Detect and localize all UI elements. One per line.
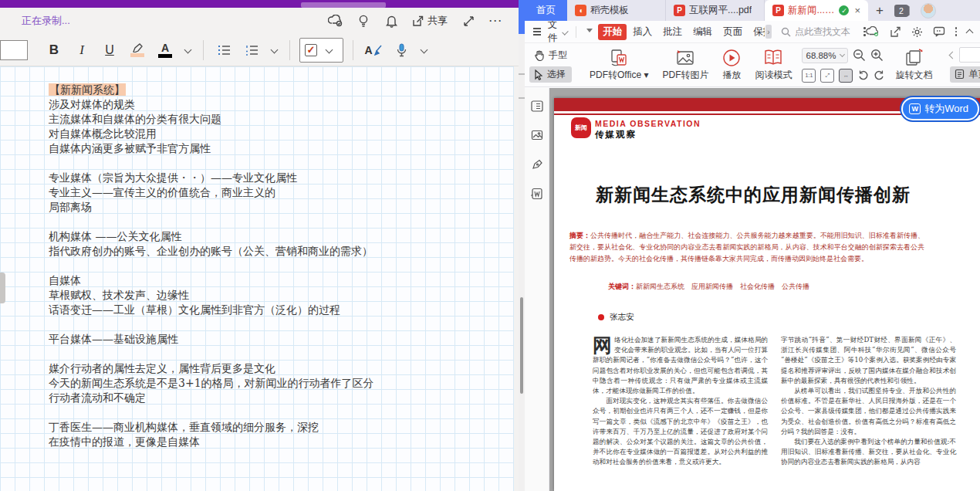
close-tab-icon[interactable]: × (854, 5, 860, 16)
note-line[interactable]: 今天的新闻生态系统是不是3+1的格局，对新闻业的行动者作了区分 (49, 376, 514, 391)
expand-window-icon[interactable] (457, 11, 480, 31)
note-line[interactable]: 草根赋权、技术发声、边缘性 (49, 288, 514, 303)
note-line[interactable]: 机构媒体 ——公关文化属性 (49, 229, 514, 244)
note-line[interactable] (49, 156, 514, 171)
zoom-out-icon[interactable] (853, 49, 866, 62)
export-word-icon[interactable] (530, 187, 544, 201)
share-export-icon[interactable] (890, 26, 901, 38)
font-name-box[interactable] (0, 40, 28, 60)
page-number-input[interactable] (959, 47, 980, 63)
note-line[interactable]: 话语变迁——工业（草根）文化属性到非官方（泛化）的过程 (49, 303, 514, 317)
new-tab-button[interactable]: + (868, 0, 891, 21)
list-options-chevron-icon[interactable] (271, 46, 279, 54)
note-line[interactable]: 自媒体内涵更多被赋予非官方属性 (49, 141, 514, 156)
menu-insert[interactable]: 插入 (628, 24, 657, 40)
note-line[interactable]: 【新新闻系统】 (49, 83, 514, 97)
note-line[interactable]: 专业媒体（宗旨为大众提供・・）——专业文化属性 (49, 171, 514, 185)
previous-page-icon[interactable] (949, 51, 957, 59)
lightbulb-icon[interactable] (352, 11, 375, 31)
tab-document-1[interactable]: P 互联网平....pdf (666, 0, 765, 21)
comment-bubble-icon[interactable] (933, 26, 945, 37)
note-line[interactable]: 局部离场 (49, 200, 514, 215)
play-slideshow-button[interactable]: 播放 (715, 45, 748, 85)
note-line[interactable]: 在疫情中的报道，更像是自媒体 (49, 435, 514, 449)
image-panel-icon[interactable] (530, 128, 544, 142)
actual-size-icon[interactable]: 1:1 (802, 69, 816, 83)
pdf-to-image-button[interactable]: PDF转图片 (655, 45, 715, 85)
main-menu-icon[interactable] (533, 28, 541, 36)
pdf-to-office-button[interactable]: PDF转Office ▾ (583, 45, 655, 85)
todo-tag-dropdown[interactable]: ✓ (299, 38, 343, 63)
sync-cloud-icon[interactable] (324, 11, 347, 31)
numbered-list-button[interactable] (240, 39, 263, 62)
menu-protect[interactable]: 保护 (749, 24, 764, 40)
note-line[interactable]: 丁香医生——商业机构媒体，垂直领域的细分服务，深挖 (49, 420, 514, 435)
note-line[interactable]: 主流媒体和自媒体的分类有很大问题 (49, 112, 514, 127)
note-line[interactable]: 指代政府创办的账号、企业创办的账号（公关、营销和商业的需求） (49, 244, 514, 259)
note-line[interactable]: 对自媒体概念比较混用 (49, 127, 514, 141)
menu-start[interactable]: 开始 (598, 24, 627, 40)
note-scrollbar-thumb[interactable] (520, 297, 523, 394)
bullet-list-button[interactable] (212, 39, 235, 62)
read-mode-button[interactable]: 阅读模式 (748, 45, 799, 85)
menu-file[interactable]: 文件 (545, 19, 570, 45)
user-avatar[interactable] (921, 3, 936, 19)
select-tool-button[interactable]: 选择 (529, 66, 572, 83)
cloud-sync-icon[interactable] (866, 26, 880, 37)
single-page-mode-button[interactable]: 单页 (950, 66, 980, 83)
play-icon (722, 49, 741, 67)
note-line[interactable]: 专业主义——宣传主义的价值统合，商业主义的 (49, 185, 514, 200)
note-line[interactable] (49, 405, 514, 420)
outline-panel-icon[interactable] (530, 99, 544, 113)
note-line[interactable]: 自媒体 (49, 273, 514, 288)
note-line[interactable]: 涉及对媒体的规类 (49, 97, 514, 112)
article-abstract: 摘要：公共传播时代，融合生产能力、社会连接能力、公共服务能力越来越重要。不能用旧… (569, 230, 924, 265)
menu-edit[interactable]: 编辑 (688, 24, 717, 40)
convert-to-word-button[interactable]: W 转为Word (903, 99, 978, 119)
note-line[interactable] (49, 347, 514, 361)
pane-drag-handle[interactable] (0, 273, 5, 303)
note-editor-canvas[interactable]: 【新新闻系统】 涉及对媒体的规类 主流媒体和自媒体的分类有很大问题 对自媒体概念… (0, 66, 514, 491)
tab-home[interactable]: 首页 (525, 0, 567, 21)
menu-page[interactable]: 页面 (718, 24, 747, 40)
format-painter-button[interactable]: A (362, 39, 385, 62)
note-line[interactable] (49, 317, 514, 332)
italic-button[interactable]: I (70, 39, 93, 62)
menu-comment[interactable]: 批注 (658, 24, 687, 40)
dictate-chevron-icon[interactable] (421, 46, 428, 54)
window-count-badge[interactable]: 2 (894, 5, 908, 17)
more-tools-icon[interactable] (955, 27, 958, 36)
zoom-in-icon[interactable] (870, 49, 884, 62)
note-line[interactable] (49, 215, 514, 229)
note-line[interactable] (49, 259, 514, 273)
font-color-button[interactable]: A (154, 39, 177, 62)
note-line[interactable]: 行动者流动和不确定 (49, 391, 514, 405)
bold-button[interactable]: B (42, 39, 66, 62)
collapse-toolbar-icon[interactable] (966, 29, 974, 37)
tab-document-2-active[interactable]: P 新新闻...pdf ✓ × (765, 0, 868, 21)
more-options-icon[interactable]: ··· (485, 11, 508, 31)
notification-bell-icon[interactable] (380, 11, 403, 31)
zoom-level-dropdown[interactable]: 68.88% (802, 48, 848, 63)
ribbon-collapse-icon[interactable] (586, 29, 593, 36)
menu-scroll-right-icon[interactable]: › (765, 25, 772, 39)
tab-docer-templates[interactable]: ◖ 稻壳模板 (567, 0, 666, 21)
hand-tool-button[interactable]: 手型 (529, 47, 572, 63)
find-text-box[interactable] (781, 26, 866, 37)
search-input[interactable] (795, 26, 860, 37)
underline-button[interactable]: U (98, 39, 121, 62)
rotate-left-icon[interactable] (857, 69, 869, 81)
share-button[interactable]: 共享 (407, 11, 452, 31)
highlighter-button[interactable] (126, 39, 149, 62)
settings-gear-icon[interactable] (911, 26, 923, 38)
sign-pen-icon[interactable] (530, 157, 544, 171)
fit-page-icon[interactable]: ⤢ (820, 69, 834, 83)
rotate-document-button[interactable]: 旋转文档 (888, 45, 939, 85)
font-options-chevron-icon[interactable] (184, 46, 192, 54)
rotate-right-icon[interactable] (874, 69, 885, 81)
note-line[interactable]: 媒介行动者的属性去定义，属性背后更多是文化 (49, 361, 514, 376)
dictate-microphone-button[interactable] (390, 39, 413, 62)
note-line[interactable]: 平台媒体——基础设施属性 (49, 332, 514, 347)
pdf-canvas[interactable]: 新闻 MEDIA OBSERVATION 传媒观察 新新闻生态系统中的应用新闻传… (549, 88, 980, 491)
fit-width-icon[interactable]: ↔ (839, 69, 853, 83)
